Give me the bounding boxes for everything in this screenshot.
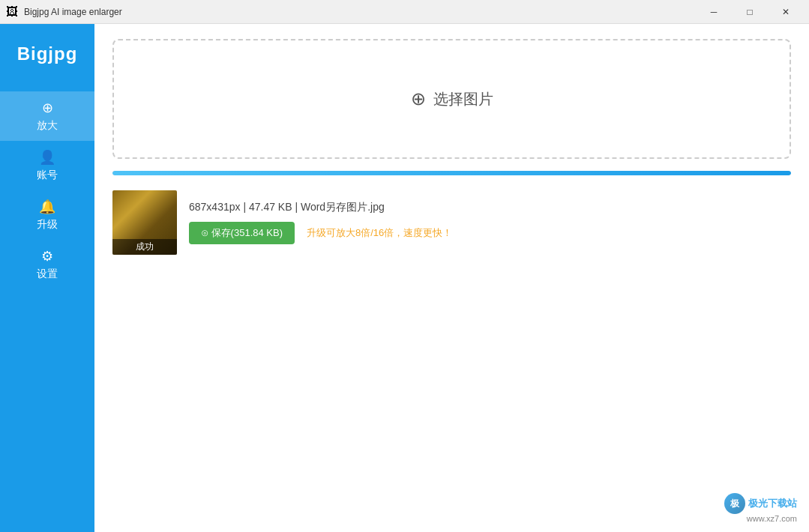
sidebar-item-enlarge[interactable]: ⊕ 放大 (0, 91, 94, 141)
minimize-button[interactable]: ─ (697, 0, 731, 24)
upgrade-icon: 🔔 (39, 199, 55, 215)
watermark-circle-icon: 极 (724, 493, 745, 514)
drop-zone-content: ⊕ 选择图片 (411, 88, 493, 109)
save-button[interactable]: ⊙ 保存(351.84 KB) (189, 222, 295, 244)
plus-icon: ⊕ (411, 88, 426, 109)
titlebar: 🖼 Bigjpg AI image enlarger ─ □ ✕ (0, 0, 809, 24)
watermark: 极 极光下载站 www.xz7.com (724, 493, 797, 523)
enlarge-icon: ⊕ (42, 100, 53, 116)
watermark-logo-text: 极光下载站 (748, 497, 797, 510)
file-thumbnail: 成功 (112, 190, 177, 255)
file-item: 成功 687x431px | 47.47 KB | Word另存图片.jpg ⊙… (112, 184, 791, 261)
sidebar-logo: Bigjpg (0, 24, 94, 84)
sidebar-item-upgrade[interactable]: 🔔 升级 (0, 190, 94, 240)
settings-icon: ⚙ (41, 248, 53, 265)
success-badge: 成功 (112, 239, 177, 255)
progress-bar-fill (112, 171, 791, 175)
sidebar-item-account[interactable]: 👤 账号 (0, 141, 94, 190)
close-button[interactable]: ✕ (769, 0, 803, 24)
file-meta: 687x431px | 47.47 KB | Word另存图片.jpg (189, 201, 791, 214)
sidebar-label-account: 账号 (37, 169, 58, 182)
content-area: ⊕ 选择图片 成功 687x431px | 47.47 KB | Word另存图… (94, 24, 809, 532)
watermark-url: www.xz7.com (747, 514, 797, 523)
upgrade-hint: 升级可放大8倍/16倍，速度更快！ (307, 226, 452, 240)
sidebar-item-settings[interactable]: ⚙ 设置 (0, 240, 94, 289)
sidebar: Bigjpg ⊕ 放大 👤 账号 🔔 升级 ⚙ 设置 (0, 24, 94, 532)
sidebar-nav: ⊕ 放大 👤 账号 🔔 升级 ⚙ 设置 (0, 84, 94, 532)
window-controls: ─ □ ✕ (697, 0, 803, 24)
file-info: 687x431px | 47.47 KB | Word另存图片.jpg ⊙ 保存… (189, 201, 791, 244)
drop-zone[interactable]: ⊕ 选择图片 (112, 39, 791, 159)
file-actions: ⊙ 保存(351.84 KB) 升级可放大8倍/16倍，速度更快！ (189, 222, 791, 244)
maximize-button[interactable]: □ (733, 0, 767, 24)
drop-zone-label: 选择图片 (433, 89, 493, 109)
sidebar-label-enlarge: 放大 (37, 119, 58, 133)
logo-text: Bigjpg (17, 43, 78, 64)
account-icon: 👤 (39, 149, 55, 166)
progress-bar-container (112, 171, 791, 175)
app-icon: 🖼 (6, 5, 19, 19)
titlebar-title: Bigjpg AI image enlarger (24, 7, 697, 17)
app-window: Bigjpg ⊕ 放大 👤 账号 🔔 升级 ⚙ 设置 (0, 24, 809, 532)
sidebar-label-upgrade: 升级 (37, 218, 58, 232)
sidebar-label-settings: 设置 (37, 267, 58, 281)
watermark-logo: 极 极光下载站 (724, 493, 797, 514)
